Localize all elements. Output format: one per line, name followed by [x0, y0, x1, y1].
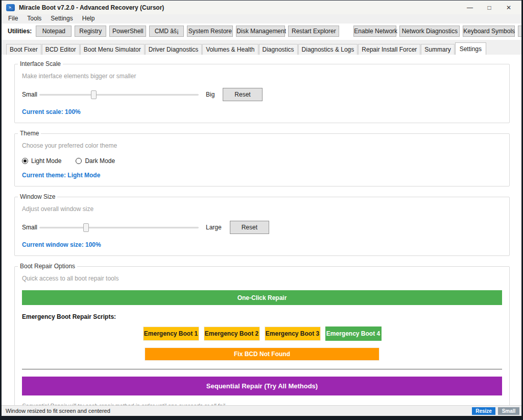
- toolbar-button-enable-network[interactable]: Enable Network: [353, 26, 396, 37]
- interface-scale-hint: Make interface elements bigger or smalle…: [22, 73, 502, 80]
- tab-strip: Boot Fixer BCD Editor Boot Menu Simulato…: [2, 40, 521, 55]
- small-button[interactable]: Small: [498, 407, 519, 415]
- slider-thumb[interactable]: [91, 90, 97, 99]
- current-scale-label: Current scale: 100%: [22, 108, 502, 115]
- settings-page: Interface Scale Make interface elements …: [2, 55, 521, 405]
- resize-button[interactable]: Resize: [472, 407, 495, 415]
- boot-repair-hint: Quick access to all boot repair tools: [22, 275, 502, 282]
- slider-thumb[interactable]: [83, 223, 89, 232]
- tab-boot-menu-simulator[interactable]: Boot Menu Simulator: [80, 44, 145, 55]
- menu-help[interactable]: Help: [78, 15, 100, 22]
- tab-repair-install-forcer[interactable]: Repair Install Forcer: [358, 44, 420, 55]
- status-actions: Resize Small: [472, 407, 519, 415]
- interface-scale-max-label: Big: [206, 91, 215, 98]
- menubar: File Tools Settings Help: [2, 14, 521, 22]
- status-bar: Window resized to fit screen and centere…: [2, 405, 521, 416]
- utilities-toolbar: Utilities: Notepad Registry PowerShell C…: [2, 24, 521, 40]
- light-mode-radio[interactable]: Light Mode: [22, 157, 61, 165]
- toolbar-button-powershell[interactable]: PowerShell: [109, 26, 146, 37]
- emergency-boot-2-button[interactable]: Emergency Boot 2: [204, 326, 260, 341]
- light-mode-label: Light Mode: [31, 157, 61, 165]
- boot-repair-options-group: Boot Repair Options Quick access to all …: [14, 266, 510, 405]
- window-size-max-label: Large: [206, 224, 222, 231]
- emergency-buttons-row: Emergency Boot 1 Emergency Boot 2 Emerge…: [22, 326, 502, 341]
- status-message: Window resized to fit screen and centere…: [6, 408, 110, 414]
- toolbar-button-restart-explorer[interactable]: Restart Explorer: [288, 26, 339, 37]
- radio-selected-icon[interactable]: [22, 158, 28, 164]
- sequential-repair-button[interactable]: Sequential Repair (Try All Methods): [22, 377, 502, 395]
- window-size-min-label: Small: [22, 224, 39, 231]
- tab-diagnostics-logs[interactable]: Diagnostics & Logs: [298, 44, 358, 55]
- dark-mode-label: Dark Mode: [85, 157, 115, 165]
- tab-volumes-health[interactable]: Volumes & Health: [202, 44, 258, 55]
- window-size-hint: Adjust overall window size: [22, 205, 502, 213]
- interface-scale-group: Interface Scale Make interface elements …: [14, 64, 510, 123]
- maximize-icon[interactable]: □: [480, 2, 499, 13]
- interface-scale-min-label: Small: [22, 91, 39, 98]
- one-click-repair-button[interactable]: One-Click Repair: [22, 290, 502, 305]
- emergency-boot-4-button[interactable]: Emergency Boot 4: [325, 326, 382, 341]
- emergency-boot-1-button[interactable]: Emergency Boot 1: [143, 326, 199, 341]
- utilities-label: Utilities:: [8, 28, 32, 35]
- window-size-reset-button[interactable]: Reset: [230, 221, 269, 234]
- menu-tools[interactable]: Tools: [22, 15, 46, 22]
- boot-repair-options-title: Boot Repair Options: [18, 263, 77, 270]
- toolbar-button-network-diagnostics[interactable]: Network Diagnostics: [399, 26, 460, 37]
- toolbar-button-registry[interactable]: Registry: [75, 26, 106, 37]
- window-title: Miracle Boot v7.2.0 - Advanced Recovery …: [19, 4, 164, 11]
- interface-scale-title: Interface Scale: [18, 60, 63, 67]
- fix-bcd-not-found-button[interactable]: Fix BCD Not Found: [145, 347, 379, 361]
- tab-bcd-editor[interactable]: BCD Editor: [42, 44, 80, 55]
- current-window-size-label: Current window size: 100%: [22, 241, 502, 248]
- interface-scale-slider-row: Small Big Reset: [22, 88, 502, 101]
- menu-file[interactable]: File: [4, 15, 22, 22]
- slider-track[interactable]: [39, 94, 199, 96]
- window-size-slider-row: Small Large Reset: [22, 221, 502, 234]
- window-controls: — □ ✕: [460, 2, 518, 13]
- toolbar-button-chatgpt[interactable]: ChatGP: [518, 26, 521, 37]
- toolbar-button-cmd[interactable]: CMD âš¡: [149, 26, 184, 37]
- minimize-icon[interactable]: —: [460, 2, 480, 13]
- slider-track[interactable]: [39, 227, 199, 228]
- interface-scale-reset-button[interactable]: Reset: [223, 88, 262, 101]
- close-icon[interactable]: ✕: [499, 2, 518, 13]
- tab-diagnostics[interactable]: Diagnostics: [259, 44, 298, 55]
- radio-unselected-icon[interactable]: [76, 158, 82, 164]
- app-window: >_ Miracle Boot v7.2.0 - Advanced Recove…: [2, 0, 521, 416]
- fix-bcd-row: Fix BCD Not Found: [22, 347, 502, 361]
- dark-mode-radio[interactable]: Dark Mode: [76, 157, 115, 165]
- toolbar-button-disk-management[interactable]: Disk Management: [236, 26, 285, 37]
- toolbar-button-system-restore[interactable]: System Restore: [187, 26, 233, 37]
- tab-settings[interactable]: Settings: [455, 42, 486, 55]
- menu-settings[interactable]: Settings: [46, 15, 77, 22]
- powershell-app-icon: >_: [6, 4, 15, 11]
- emergency-boot-3-button[interactable]: Emergency Boot 3: [265, 326, 321, 341]
- window-size-title: Window Size: [18, 193, 57, 200]
- tab-boot-fixer[interactable]: Boot Fixer: [6, 44, 41, 55]
- titlebar: >_ Miracle Boot v7.2.0 - Advanced Recove…: [2, 1, 521, 14]
- divider: [22, 369, 502, 369]
- theme-hint: Choose your preferred color theme: [22, 142, 502, 149]
- emergency-scripts-label: Emergency Boot Repair Scripts:: [22, 313, 502, 320]
- window-size-group: Window Size Adjust overall window size S…: [14, 197, 510, 256]
- toolbar-button-keyboard-symbols[interactable]: Keyboard Symbols: [463, 26, 515, 37]
- theme-group: Theme Choose your preferred color theme …: [14, 133, 510, 186]
- tab-driver-diagnostics[interactable]: Driver Diagnostics: [145, 44, 202, 55]
- theme-title: Theme: [18, 130, 41, 137]
- tab-summary[interactable]: Summary: [421, 44, 454, 55]
- sequential-repair-note: Sequential Repair will try each repair m…: [22, 403, 502, 405]
- interface-scale-slider[interactable]: [39, 90, 199, 100]
- theme-radio-row: Light Mode Dark Mode: [22, 157, 502, 165]
- toolbar-button-notepad[interactable]: Notepad: [36, 26, 72, 37]
- window-size-slider[interactable]: [39, 223, 199, 232]
- current-theme-label: Current theme: Light Mode: [22, 172, 502, 179]
